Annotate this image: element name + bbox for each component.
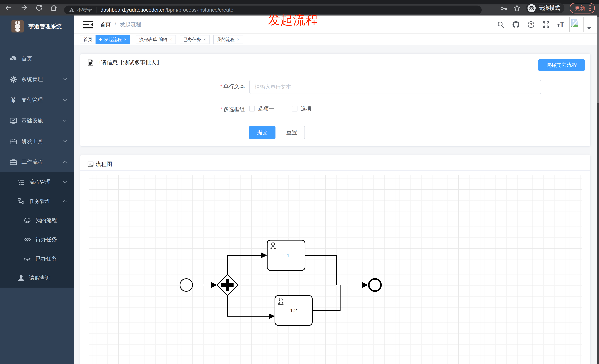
required-marker: *	[220, 106, 222, 112]
tab-my-process[interactable]: 我的流程 ×	[213, 35, 243, 44]
field-label-text: *单行文本	[178, 83, 245, 90]
eye-closed-icon	[23, 255, 31, 263]
font-size-icon[interactable]: TT	[557, 20, 565, 29]
bookmark-star-icon[interactable]	[513, 4, 521, 12]
sidebar-item-done-tasks[interactable]: 已办任务	[0, 249, 74, 268]
sidebar-item-label: 我的流程	[35, 217, 57, 224]
parallel-gateway-node[interactable]	[217, 274, 238, 296]
toolbox-icon	[9, 158, 17, 166]
start-event-node[interactable]	[180, 279, 193, 291]
svg-text:T: T	[560, 20, 564, 28]
breadcrumb-home[interactable]: 首页	[100, 21, 111, 28]
tab-start-process[interactable]: 发起流程 ×	[96, 35, 130, 44]
tab-close-icon[interactable]: ×	[237, 37, 239, 42]
page: 不安全 dashboard.yudao.iocoder.cn/bpm/proce…	[0, 0, 599, 364]
tab-home[interactable]: 首页	[80, 35, 96, 44]
logo-image	[11, 20, 24, 33]
select-other-process-button[interactable]: 选择其它流程	[538, 59, 585, 71]
sidebar-item-payment[interactable]: ¥ 支付管理	[0, 90, 74, 110]
sidebar-item-label: 待办任务	[35, 236, 57, 243]
sidebar-menu: 首页 系统管理 ¥ 支付管理 基础设施	[0, 48, 74, 172]
sidebar-item-leave-query[interactable]: 请假查询	[0, 268, 74, 288]
chevron-up-icon	[62, 199, 67, 203]
avatar[interactable]	[569, 17, 584, 32]
user-task-node[interactable]: 1.1	[267, 240, 305, 271]
chevron-down-icon	[62, 180, 67, 184]
update-label[interactable]: 更新	[575, 4, 585, 12]
checkbox-option-1[interactable]	[249, 106, 255, 111]
broken-image-icon	[571, 18, 578, 27]
apply-info-title: 申请信息【测试多审批人】	[87, 59, 162, 67]
browser-update-button[interactable]: 更新	[570, 3, 595, 13]
sidebar-item-home[interactable]: 首页	[0, 48, 74, 69]
tab-done-tasks[interactable]: 已办任务 ×	[180, 35, 210, 44]
yen-icon: ¥	[9, 96, 17, 104]
breadcrumb-current: 发起流程	[120, 21, 141, 28]
document-icon	[87, 59, 94, 66]
sidebar-item-label: 基础设施	[21, 117, 43, 124]
process-diagram-card: 流程图	[80, 155, 590, 364]
browser-back-icon[interactable]	[4, 4, 12, 12]
checkbox-label[interactable]: 选项一	[258, 105, 274, 112]
sidebar-item-label: 已办任务	[35, 255, 57, 262]
tab-close-icon[interactable]: ×	[170, 37, 172, 42]
breadcrumb-separator: /	[115, 22, 116, 28]
sidebar-item-my-process[interactable]: 我的流程	[0, 211, 74, 230]
checkbox-group: 选项一 选项二	[249, 103, 317, 114]
user-task-node[interactable]: 1.2	[275, 296, 312, 325]
search-icon[interactable]	[497, 20, 505, 29]
checkbox-option-2[interactable]	[292, 106, 298, 111]
caret-down-icon[interactable]	[587, 26, 592, 30]
reset-button[interactable]: 重置	[279, 126, 305, 139]
page-scrollbar[interactable]	[597, 16, 599, 364]
user-icon	[17, 274, 25, 282]
sidebar: 芋道管理系统 首页 系统管理 ¥ 支付管理	[0, 16, 74, 364]
browser-menu-icon[interactable]	[589, 5, 591, 11]
url-divider	[96, 7, 97, 13]
picture-icon	[87, 161, 94, 168]
list-icon	[17, 178, 25, 186]
submit-button[interactable]: 提交	[249, 126, 275, 139]
sidebar-logo[interactable]: 芋道管理系统	[0, 16, 74, 37]
chevron-down-icon	[62, 119, 67, 123]
tab-close-icon[interactable]: ×	[124, 37, 127, 42]
sidebar-item-system[interactable]: 系统管理	[0, 69, 74, 90]
fullscreen-icon[interactable]	[542, 20, 550, 29]
browser-home-icon[interactable]	[50, 4, 58, 12]
chevron-down-icon	[62, 140, 67, 143]
sidebar-item-label: 支付管理	[21, 96, 43, 104]
help-icon[interactable]: ?	[527, 20, 535, 29]
single-line-text-input[interactable]	[249, 80, 541, 94]
main-content: 申请信息【测试多审批人】 选择其它流程 *单行文本 *多选框组 选项一 选项二 …	[74, 45, 597, 364]
password-key-icon[interactable]	[500, 4, 508, 12]
sidebar-item-label: 任务管理	[29, 197, 51, 205]
apply-info-card: 申请信息【测试多审批人】 选择其它流程 *单行文本 *多选框组 选项一 选项二 …	[80, 53, 590, 147]
sidebar-collapse-icon[interactable]	[83, 20, 93, 29]
chevron-up-icon	[62, 160, 67, 164]
url-host[interactable]: dashboard.yudao.iocoder.cn	[100, 7, 166, 13]
tab-label: 发起流程	[104, 37, 122, 42]
browser-forward-icon[interactable]	[20, 4, 28, 12]
svg-text:T: T	[557, 23, 560, 28]
sidebar-item-workflow[interactable]: 工作流程	[0, 152, 74, 172]
scrollbar-thumb[interactable]	[597, 17, 599, 103]
sidebar-item-label: 流程管理	[29, 178, 51, 186]
breadcrumb: 首页 / 发起流程	[100, 16, 141, 34]
sidebar-item-infra[interactable]: 基础设施	[0, 110, 74, 131]
sidebar-item-task-mgmt[interactable]: 任务管理	[0, 192, 74, 211]
incognito-icon	[528, 4, 536, 12]
url-path[interactable]: /bpm/process-instance/create	[166, 7, 233, 13]
flow-icon	[17, 197, 25, 205]
bpmn-canvas[interactable]: 1.1 1.2	[89, 175, 582, 364]
end-event-node[interactable]	[369, 279, 381, 291]
tab-process-form-edit[interactable]: 流程表单-编辑 ×	[136, 35, 176, 44]
github-icon[interactable]	[512, 20, 520, 29]
tab-close-icon[interactable]: ×	[203, 37, 206, 42]
gear-icon	[9, 75, 17, 84]
checkbox-label[interactable]: 选项二	[301, 105, 317, 112]
sidebar-item-todo-tasks[interactable]: 待办任务	[0, 230, 74, 249]
browser-reload-icon[interactable]	[35, 4, 43, 12]
sidebar-item-process-mgmt[interactable]: 流程管理	[0, 172, 74, 192]
sidebar-item-devtools[interactable]: 研发工具	[0, 131, 74, 152]
security-label[interactable]: 不安全	[77, 7, 92, 13]
